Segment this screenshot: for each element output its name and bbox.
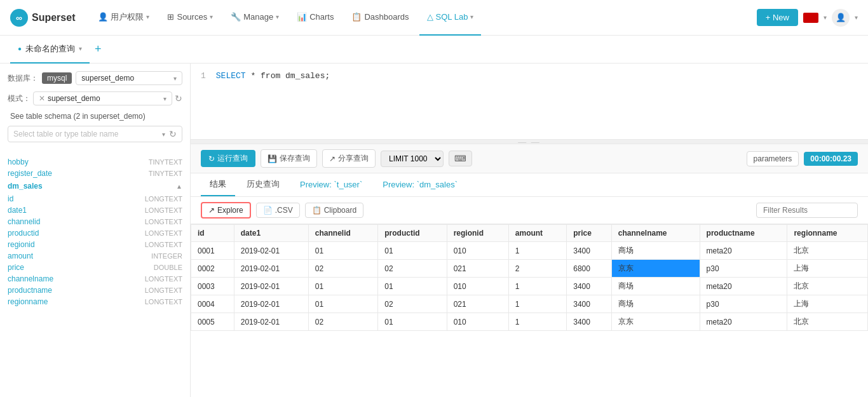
dashboards-icon: 📋 bbox=[351, 12, 362, 22]
field-id: id LONGTEXT bbox=[8, 193, 182, 205]
table-cell-price: 6800 bbox=[567, 260, 612, 278]
nav-right: + New ▾ 👤 ▾ bbox=[757, 9, 858, 27]
nav-item-sql-lab[interactable]: △ SQL Lab ▾ bbox=[419, 0, 482, 36]
keyboard-shortcut-button[interactable]: ⌨ bbox=[449, 151, 472, 166]
collapse-icon: ▲ bbox=[176, 183, 182, 190]
tab-results[interactable]: 结果 bbox=[201, 173, 235, 196]
limit-select[interactable]: LIMIT 1000 bbox=[381, 151, 444, 167]
run-icon: ↻ bbox=[208, 154, 215, 163]
table-cell-id: 0004 bbox=[191, 295, 234, 313]
field-name-hobby[interactable]: hobby bbox=[8, 158, 29, 166]
field-name-channelid[interactable]: channelid bbox=[8, 217, 40, 226]
charts-icon: 📊 bbox=[297, 12, 307, 22]
field-name-register-date[interactable]: register_date bbox=[8, 169, 52, 178]
field-regionname: regionname LONGTEXT bbox=[8, 296, 182, 307]
explore-icon: ↗ bbox=[208, 206, 215, 215]
nav-item-charts[interactable]: 📊 Charts bbox=[289, 0, 341, 36]
table-selector-dropdown[interactable]: Select table or type table name ▾ ↻ bbox=[8, 126, 182, 142]
chevron-down-icon: ▾ bbox=[146, 13, 149, 20]
field-name-amount[interactable]: amount bbox=[8, 252, 33, 260]
user-avatar[interactable]: 👤 bbox=[832, 9, 850, 27]
clear-icon[interactable]: ✕ bbox=[39, 94, 45, 103]
table-cell-regionname: 北京 bbox=[787, 242, 868, 260]
table-cell-productid: 02 bbox=[378, 260, 447, 278]
results-actions: ↗ Explore 📄 .CSV 📋 Clipboard bbox=[191, 197, 868, 224]
manage-icon: 🔧 bbox=[231, 12, 241, 22]
table-scroll-container[interactable]: id date1 channelid productid regionid am… bbox=[191, 224, 868, 331]
query-tab-unnamed[interactable]: ● 未命名的查询 ▾ bbox=[10, 36, 90, 64]
table-cell-channelname: 商场 bbox=[611, 278, 700, 295]
db-select-dropdown[interactable]: superset_demo ▾ bbox=[76, 71, 182, 85]
field-name-channelname[interactable]: channelname bbox=[8, 274, 53, 283]
col-header-price: price bbox=[567, 225, 612, 242]
col-header-regionname: regionname bbox=[787, 225, 868, 242]
explore-button[interactable]: ↗ Explore bbox=[201, 202, 251, 219]
refresh-icon[interactable]: ↻ bbox=[175, 93, 182, 104]
tab-preview-dm-sales[interactable]: Preview: `dm_sales` bbox=[374, 175, 466, 196]
main-content: 1SELECT * from dm_sales; — — ↻ 运行查询 💾 保存… bbox=[191, 64, 868, 397]
brand-icon: ∞ bbox=[10, 9, 28, 27]
results-content: ↗ Explore 📄 .CSV 📋 Clipboard bbox=[191, 197, 868, 397]
nav-item-manage[interactable]: 🔧 Manage ▾ bbox=[223, 0, 287, 36]
nav-item-dashboards[interactable]: 📋 Dashboards bbox=[344, 0, 416, 36]
nav-item-user-perms[interactable]: 👤 用户权限 ▾ bbox=[90, 0, 157, 36]
table-cell-regionid: 010 bbox=[447, 278, 508, 295]
field-name-date1[interactable]: date1 bbox=[8, 206, 27, 215]
field-name-regionname[interactable]: regionname bbox=[8, 297, 48, 306]
field-type-channelname: LONGTEXT bbox=[145, 275, 182, 283]
field-name-productid[interactable]: productid bbox=[8, 229, 39, 238]
top-navigation: ∞ Superset 👤 用户权限 ▾ ⊞ Sources ▾ 🔧 Manage… bbox=[0, 0, 868, 36]
table-row: 00022019-02-01020202126800京东p30上海 bbox=[191, 260, 868, 278]
brand[interactable]: ∞ Superset bbox=[10, 9, 75, 27]
table-cell-amount: 1 bbox=[508, 295, 566, 313]
field-name-id[interactable]: id bbox=[8, 194, 13, 203]
sources-icon: ⊞ bbox=[167, 12, 174, 22]
schema-select-dropdown[interactable]: ✕ superset_demo ▾ bbox=[33, 91, 172, 105]
table-header-row: id date1 channelid productid regionid am… bbox=[191, 225, 868, 242]
table-cell-date1: 2019-02-01 bbox=[234, 260, 308, 278]
field-name-regionid[interactable]: regionid bbox=[8, 240, 35, 249]
col-header-productname: productname bbox=[700, 225, 787, 242]
tab-preview-t-user[interactable]: Preview: `t_user` bbox=[291, 175, 371, 196]
table-cell-channelname: 商场 bbox=[611, 242, 700, 260]
clipboard-button[interactable]: 📋 Clipboard bbox=[305, 203, 363, 218]
add-tab-button[interactable]: + bbox=[90, 43, 107, 56]
refresh-icon[interactable]: ↻ bbox=[169, 129, 177, 139]
nav-item-sources[interactable]: ⊞ Sources ▾ bbox=[159, 0, 220, 36]
col-header-amount: amount bbox=[508, 225, 566, 242]
sidebar: 数据库： mysql superset_demo ▾ 模式： ✕ superse… bbox=[0, 64, 191, 397]
sql-body: * from dm_sales; bbox=[246, 71, 330, 81]
table-cell-productname: p30 bbox=[700, 260, 787, 278]
flag-icon[interactable] bbox=[803, 13, 818, 23]
field-name-productname[interactable]: productname bbox=[8, 286, 52, 295]
sql-editor-inner[interactable]: 1SELECT * from dm_sales; bbox=[191, 64, 868, 88]
flag-caret[interactable]: ▾ bbox=[824, 14, 827, 21]
field-productname: productname LONGTEXT bbox=[8, 285, 182, 296]
table-cell-channelid: 01 bbox=[308, 278, 377, 295]
run-query-button[interactable]: ↻ 运行查询 bbox=[201, 150, 255, 167]
table-cell-date1: 2019-02-01 bbox=[234, 313, 308, 331]
share-query-button[interactable]: ↗ 分享查询 bbox=[322, 149, 376, 168]
parameters-button[interactable]: parameters bbox=[747, 151, 799, 166]
table-cell-regionid: 021 bbox=[447, 260, 508, 278]
execution-time-badge: 00:00:00.23 bbox=[804, 152, 858, 166]
chevron-down-icon: ▾ bbox=[276, 13, 279, 20]
table-cell-channelname: 商场 bbox=[611, 295, 700, 313]
field-type-id: LONGTEXT bbox=[145, 195, 182, 203]
field-hobby: hobby TINYTEXT bbox=[8, 156, 182, 168]
table-cell-amount: 2 bbox=[508, 260, 566, 278]
tab-history[interactable]: 历史查询 bbox=[238, 173, 288, 196]
clipboard-icon: 📋 bbox=[312, 206, 322, 215]
user-caret[interactable]: ▾ bbox=[855, 14, 858, 21]
field-name-price[interactable]: price bbox=[8, 263, 24, 272]
save-query-button[interactable]: 💾 保存查询 bbox=[261, 149, 317, 168]
filter-results-input[interactable] bbox=[756, 203, 858, 218]
csv-button[interactable]: 📄 .CSV bbox=[256, 203, 300, 218]
field-type-regionname: LONGTEXT bbox=[145, 298, 182, 306]
table-cell-regionid: 010 bbox=[447, 242, 508, 260]
table-group-dm-sales[interactable]: dm_sales ▲ bbox=[8, 179, 182, 193]
table-cell-id: 0005 bbox=[191, 313, 234, 331]
new-button[interactable]: + New bbox=[757, 9, 798, 26]
field-amount: amount INTEGER bbox=[8, 250, 182, 262]
table-cell-channelname: 京东 bbox=[611, 313, 700, 331]
